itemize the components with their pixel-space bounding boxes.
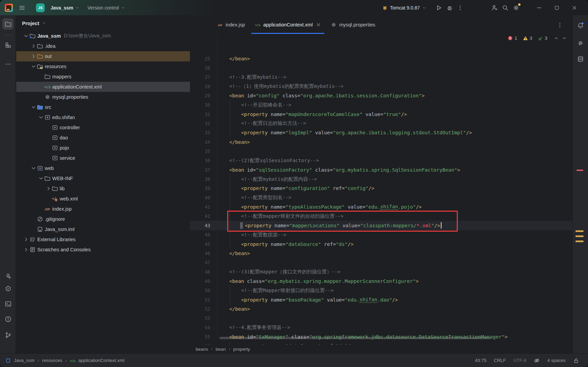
- code-line-41[interactable]: <property name="typeAliasesPackage" valu…: [241, 202, 422, 212]
- code-line-33[interactable]: <property name="logImpl" value="org.apac…: [241, 128, 472, 137]
- tree-item-controller[interactable]: controller: [16, 122, 190, 133]
- status-breadcrumb[interactable]: Java_ssm›resources›</>applicationContext…: [0, 358, 124, 363]
- code-with-me-button[interactable]: [489, 2, 500, 13]
- code-line-36[interactable]: <!--(2)配置sqlSessionFactory-->: [229, 156, 319, 165]
- line-number[interactable]: 30: [190, 100, 210, 110]
- error-stripe-mark[interactable]: [576, 170, 583, 171]
- vcs-widget-button[interactable]: Version control: [85, 3, 128, 12]
- code-line-31[interactable]: <property name="mapUnderscoreToCamelCase…: [241, 110, 407, 119]
- line-number[interactable]: 32: [190, 119, 210, 128]
- line-number[interactable]: 40: [190, 193, 210, 202]
- run-button[interactable]: [433, 2, 444, 13]
- code-line-34[interactable]: </bean>: [229, 137, 250, 147]
- code-line-48[interactable]: <!--(3)配置mapper（接口文件的扫描位置）-->: [229, 267, 340, 277]
- search-everywhere-button[interactable]: [500, 2, 511, 13]
- services-tool-button[interactable]: [2, 283, 14, 294]
- line-number[interactable]: 46: [190, 249, 210, 258]
- tree-item--idea[interactable]: .idea: [16, 41, 190, 51]
- tree-item-dao[interactable]: dao: [16, 133, 190, 143]
- line-number[interactable]: 45: [190, 239, 210, 249]
- tab-mysql-properties[interactable]: mysql.properties: [326, 15, 380, 34]
- build-tool-button[interactable]: [2, 270, 14, 281]
- breadcrumb-bean[interactable]: bean: [216, 347, 226, 352]
- line-number[interactable]: 38: [190, 174, 210, 184]
- terminal-tool-button[interactable]: [2, 298, 14, 309]
- status-crumb-applicationcontext-xml[interactable]: applicationContext.xml: [78, 358, 124, 363]
- project-panel-header[interactable]: Project: [16, 15, 190, 31]
- inspections-widget[interactable]: 1 3 3: [508, 35, 568, 41]
- line-number[interactable]: 42: [190, 211, 210, 221]
- code-editor[interactable]: beans›bean›property 25</bean>2627<!--3.配…: [190, 34, 572, 353]
- tree-item-mysql-properties[interactable]: mysql.properties: [16, 92, 190, 102]
- notifications-button[interactable]: [575, 20, 586, 31]
- line-number[interactable]: 35: [190, 147, 210, 156]
- code-line-27[interactable]: <!--3.配置mybatis-->: [229, 72, 287, 82]
- line-number[interactable]: 54: [190, 323, 210, 332]
- chevron-down-icon[interactable]: [38, 115, 44, 120]
- next-problem-button[interactable]: [561, 35, 568, 41]
- line-number[interactable]: 25: [190, 54, 210, 63]
- code-line-28[interactable]: <!--（1）使用mybatis的配置类配置mybatis-->: [229, 82, 344, 91]
- breadcrumb-beans[interactable]: beans: [196, 347, 208, 352]
- tree-item-service[interactable]: service: [16, 153, 190, 163]
- project-switcher-button[interactable]: Java_ssm: [48, 3, 82, 12]
- code-line-39[interactable]: <property name="configuration" ref="conf…: [241, 184, 374, 193]
- tree-item-pojo[interactable]: pojo: [16, 143, 190, 153]
- tree-item-web[interactable]: web: [16, 163, 190, 173]
- tree-item-applicationcontext-xml[interactable]: </>applicationContext.xml: [16, 82, 190, 92]
- chevron-down-icon[interactable]: [31, 104, 36, 110]
- line-number[interactable]: 43: [190, 221, 210, 230]
- tree-item-resources[interactable]: resources: [16, 61, 190, 72]
- chevron-right-icon[interactable]: [31, 43, 36, 49]
- tab-index-jsp[interactable]: JSPindex.jsp: [212, 15, 250, 34]
- code-line-54[interactable]: <!--4.配置事务管理器-->: [229, 323, 290, 332]
- line-number[interactable]: 39: [190, 184, 210, 193]
- line-number[interactable]: 44: [190, 230, 210, 239]
- main-menu-button[interactable]: [16, 3, 28, 13]
- run-configuration-button[interactable]: Tomcat 9.0.87: [380, 3, 429, 12]
- line-number[interactable]: 50: [190, 286, 210, 295]
- tree-item--gitignore[interactable]: .gitignore: [16, 214, 190, 224]
- line-number[interactable]: 29: [190, 91, 210, 100]
- chevron-right-icon[interactable]: [46, 186, 51, 191]
- tree-item-web-inf[interactable]: WEB-INF: [16, 173, 190, 184]
- warning-stripe-mark[interactable]: [575, 235, 584, 237]
- chevron-right-icon[interactable]: [23, 237, 29, 242]
- ai-assistant-button[interactable]: [575, 37, 586, 49]
- code-line-46[interactable]: </bean>: [229, 249, 250, 258]
- line-number[interactable]: 31: [190, 110, 210, 119]
- chevron-down-icon[interactable]: [31, 166, 36, 171]
- tree-item-lib[interactable]: lib: [16, 184, 190, 194]
- line-number[interactable]: 27: [190, 72, 210, 82]
- line-number[interactable]: 47: [190, 258, 210, 267]
- line-separator[interactable]: CRLF: [494, 358, 506, 363]
- tree-item-web-xml[interactable]: </web.xml: [16, 194, 190, 204]
- code-line-55[interactable]: <bean id="txManager" class="org.springfr…: [229, 332, 508, 342]
- tree-item-src[interactable]: src: [16, 102, 190, 112]
- more-tool-windows-button[interactable]: [2, 58, 14, 70]
- line-number[interactable]: 48: [190, 267, 210, 277]
- code-line-51[interactable]: <property name="basePackage" value="edu.…: [241, 295, 398, 305]
- structure-tool-button[interactable]: [2, 39, 14, 51]
- code-line-45[interactable]: <property name="dataSource" ref="ds"/>: [241, 239, 354, 249]
- settings-button[interactable]: [511, 2, 522, 13]
- tree-item-mappers[interactable]: mappers: [16, 72, 190, 82]
- line-number[interactable]: 26: [190, 63, 210, 73]
- chevron-down-icon[interactable]: [38, 176, 44, 181]
- minimize-button[interactable]: [530, 2, 548, 13]
- line-number[interactable]: 41: [190, 202, 210, 212]
- line-number[interactable]: 55: [190, 332, 210, 342]
- warning-stripe-mark[interactable]: [575, 230, 584, 232]
- chevron-down-icon[interactable]: [31, 64, 36, 69]
- tree-item-index-jsp[interactable]: JSPindex.jsp: [16, 204, 190, 214]
- caret-position[interactable]: 43:75: [475, 358, 487, 363]
- line-number[interactable]: 51: [190, 295, 210, 305]
- code-line-29[interactable]: <bean id="config" class="org.apache.ibat…: [229, 91, 425, 100]
- tree-item-java-ssm-iml[interactable]: Java_ssm.iml: [16, 224, 190, 234]
- code-line-52[interactable]: </bean>: [229, 304, 250, 314]
- line-number[interactable]: 36: [190, 156, 210, 165]
- tree-item-edu-shifan[interactable]: edu.shifan: [16, 112, 190, 122]
- warning-stripe-mark[interactable]: [575, 240, 584, 242]
- line-number[interactable]: 53: [190, 313, 210, 323]
- line-number[interactable]: 34: [190, 137, 210, 147]
